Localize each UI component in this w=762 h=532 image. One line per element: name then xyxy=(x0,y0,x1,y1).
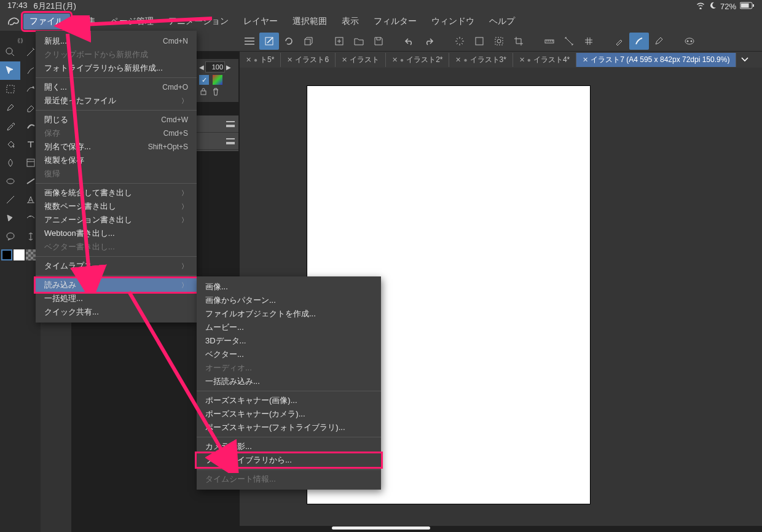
fill-tool-icon[interactable] xyxy=(0,135,20,154)
menu-item[interactable]: 読み込み〉 xyxy=(36,278,197,292)
menu-item[interactable]: 3Dデータ... xyxy=(197,334,381,348)
rect-select-tool-icon[interactable] xyxy=(0,80,20,98)
pen-tool-icon[interactable] xyxy=(0,98,20,117)
open-folder-icon[interactable] xyxy=(349,33,369,50)
menu-item[interactable]: 閉じるCmd+W xyxy=(36,113,197,127)
crop-icon[interactable] xyxy=(509,33,528,50)
menu-item[interactable]: 一括読み込み... xyxy=(197,375,381,388)
balloon-tool-icon[interactable] xyxy=(0,227,20,246)
menu-item-5[interactable]: 選択範囲 xyxy=(286,14,333,29)
menu-item-1[interactable]: 編集 xyxy=(73,14,102,29)
menu-item[interactable]: 複数ページ書き出し〉 xyxy=(36,200,197,213)
menu-item[interactable]: アニメーション書き出し〉 xyxy=(36,213,197,227)
foreground-color-swatch[interactable] xyxy=(1,249,12,260)
grid-icon[interactable] xyxy=(579,33,599,50)
assistant-icon[interactable] xyxy=(680,33,699,50)
opacity-chevron-icon[interactable]: ◀ xyxy=(199,64,204,71)
menu-item[interactable]: 一括処理... xyxy=(36,292,197,305)
menu-item-4[interactable]: レイヤー xyxy=(237,14,284,29)
layer-row[interactable] xyxy=(197,115,238,133)
redo-icon[interactable] xyxy=(419,33,439,50)
trash-icon[interactable] xyxy=(211,87,220,98)
tab-close-icon[interactable]: ✕ xyxy=(287,56,293,64)
menu-item[interactable]: 新規...Cmd+N xyxy=(36,34,197,48)
drag-handle-icon[interactable] xyxy=(226,138,235,144)
menu-item[interactable]: Webtoon書き出し... xyxy=(36,227,197,240)
menu-item[interactable]: 開く...Cmd+O xyxy=(36,80,197,94)
tab-close-icon[interactable]: ✕ xyxy=(246,56,251,64)
document-tab[interactable]: ✕●イラスト4* xyxy=(513,53,576,67)
tab-close-icon[interactable]: ✕ xyxy=(342,56,347,64)
menu-item[interactable]: 画像を統合して書き出し〉 xyxy=(36,186,197,200)
menu-item[interactable]: タイムラプス〉 xyxy=(36,259,197,273)
shape-tool-icon[interactable] xyxy=(0,172,20,190)
document-tab[interactable]: ✕イラスト6 xyxy=(281,53,336,67)
tab-close-icon[interactable]: ✕ xyxy=(392,56,398,64)
menu-item[interactable]: ポーズスキャナー(カメラ)... xyxy=(197,407,381,421)
tabs-more-icon[interactable] xyxy=(736,55,753,64)
menu-item-3[interactable]: アニメーション xyxy=(162,14,235,29)
menu-item-9[interactable]: ヘルプ xyxy=(483,14,521,29)
menu-item-0[interactable]: ファイル xyxy=(23,14,70,29)
background-color-swatch[interactable] xyxy=(14,249,25,260)
menu-item[interactable]: 画像... xyxy=(197,280,381,294)
menu-item[interactable]: ファイルオブジェクトを作成... xyxy=(197,307,381,321)
menu-item[interactable]: ムービー... xyxy=(197,321,381,334)
menu-item-7[interactable]: フィルター xyxy=(367,14,423,29)
menu-item-2[interactable]: ページ管理 xyxy=(104,14,160,29)
menu-item[interactable]: クイック共有... xyxy=(36,305,197,319)
menu-item[interactable]: 別名で保存...Shift+Opt+S xyxy=(36,140,197,154)
zoom-tool-icon[interactable] xyxy=(0,43,20,61)
tab-close-icon[interactable]: ✕ xyxy=(455,56,461,64)
lock-icon[interactable] xyxy=(199,87,208,98)
menu-item[interactable]: ベクター... xyxy=(197,348,381,361)
color-swatch-icon[interactable] xyxy=(213,75,222,85)
select-all-icon[interactable] xyxy=(489,33,509,50)
rotate-icon[interactable] xyxy=(279,33,299,50)
tab-close-icon[interactable]: ✕ xyxy=(583,56,588,64)
pen-icon[interactable] xyxy=(649,33,669,50)
menu-item[interactable]: 画像からパターン... xyxy=(197,294,381,307)
menu-item[interactable]: ポーズスキャナー(フォトライブラリ)... xyxy=(197,421,381,434)
move-tool-icon[interactable] xyxy=(0,61,20,80)
menu-item-6[interactable]: 表示 xyxy=(336,14,365,29)
document-tab[interactable]: ✕イラスト7 (A4 595 x 842px 72dpi 150.9%) xyxy=(576,53,736,67)
opacity-input[interactable] xyxy=(205,61,225,72)
menu-item[interactable]: 複製を保存 xyxy=(36,154,197,167)
save-icon[interactable] xyxy=(369,33,388,50)
polygon-tool-icon[interactable] xyxy=(0,209,20,227)
gradient-tool-icon[interactable] xyxy=(0,154,20,172)
drag-handle-icon[interactable] xyxy=(226,121,235,127)
document-tab[interactable]: ✕イラスト xyxy=(336,53,386,67)
tool-newlayer-icon[interactable] xyxy=(259,33,279,50)
snap-icon[interactable] xyxy=(559,33,579,50)
clear-icon[interactable] xyxy=(469,33,489,50)
eyedropper-tool-icon[interactable] xyxy=(0,117,20,135)
ruler-icon[interactable] xyxy=(540,33,559,50)
layer-row[interactable] xyxy=(197,133,238,150)
home-indicator[interactable] xyxy=(332,526,430,530)
menu-item[interactable]: フォトライブラリから... xyxy=(197,453,381,467)
menu-item[interactable]: カメラ撮影... xyxy=(197,440,381,453)
tab-close-icon[interactable]: ✕ xyxy=(519,56,525,64)
menu-item[interactable]: ポーズスキャナー(画像)... xyxy=(197,394,381,407)
palette-handle-icon[interactable]: ⟪⟫ xyxy=(0,38,41,43)
document-tab[interactable]: ✕●イラスト2* xyxy=(386,53,449,67)
newfile-icon[interactable] xyxy=(329,33,349,50)
loading-icon[interactable] xyxy=(450,33,469,50)
layer-visibility-checkbox[interactable]: ✓ xyxy=(199,75,209,85)
menu-icon[interactable] xyxy=(240,33,259,50)
app-logo-icon[interactable] xyxy=(6,15,21,28)
brush-active-icon[interactable] xyxy=(629,33,649,50)
svg-point-10 xyxy=(685,38,694,44)
undo-icon[interactable] xyxy=(399,33,419,50)
brush-adjust-icon[interactable] xyxy=(610,33,629,50)
line-tool-icon[interactable] xyxy=(0,190,20,209)
menu-item[interactable]: フォトライブラリから新規作成... xyxy=(36,61,197,75)
document-tab[interactable]: ✕●イラスト3* xyxy=(449,53,513,67)
opacity-chevron-right-icon[interactable]: ▶ xyxy=(226,64,231,71)
3d-icon[interactable] xyxy=(299,33,318,50)
menu-item[interactable]: 最近使ったファイル〉 xyxy=(36,94,197,108)
document-tab[interactable]: ✕●ト5* xyxy=(240,53,281,67)
menu-item-8[interactable]: ウィンドウ xyxy=(425,14,481,29)
